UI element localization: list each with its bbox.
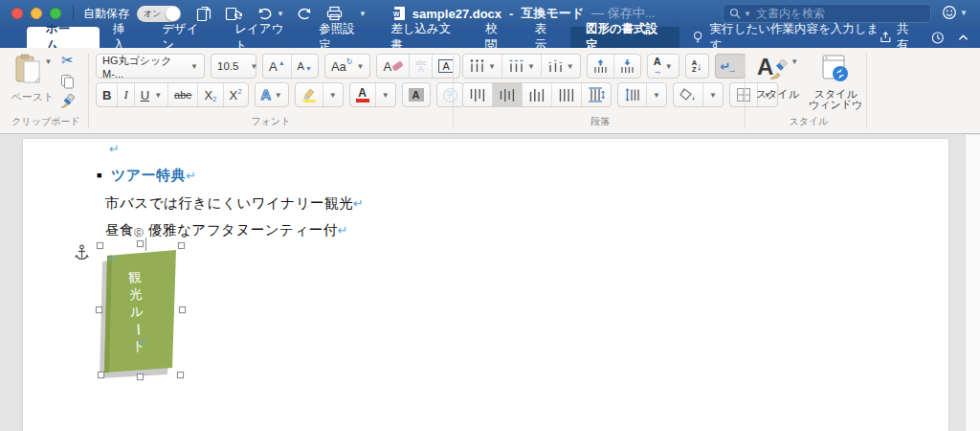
body-line-2[interactable]: 昼食ⓒ 優雅なアフタヌーンティー付↵ — [105, 221, 348, 239]
font-style-group: B I U▼ abe X2 X2 — [96, 82, 249, 107]
copy-icon[interactable] — [60, 74, 75, 89]
ruby-button[interactable]: abc A — [410, 55, 433, 78]
bold-label: B — [102, 88, 111, 102]
line-spacing-caret[interactable]: ▼ — [647, 83, 666, 106]
styles-caret[interactable]: ▼ — [791, 57, 798, 66]
decrease-indent-button[interactable] — [588, 55, 614, 78]
body-line-1[interactable]: 市バスでは行きにくいワイナリー観光↵ — [105, 194, 364, 213]
paste-button[interactable]: ▼ ペースト — [6, 54, 59, 109]
word-doc-icon: W — [391, 6, 406, 21]
tellme-box[interactable]: 実行したい作業内容を入力します — [693, 27, 880, 48]
bullets-button[interactable]: ▼ — [463, 55, 502, 78]
character-shading-button[interactable]: A — [402, 82, 431, 107]
clear-formatting-button[interactable]: A — [377, 55, 410, 78]
history-clock-icon[interactable] — [931, 31, 945, 45]
align-center-button[interactable] — [493, 83, 523, 106]
tab-review[interactable]: 校閲 — [472, 27, 521, 48]
toolbar-options-caret[interactable]: ▼ — [359, 10, 367, 18]
tab-references[interactable]: 参照設定 — [305, 27, 377, 48]
multilevel-caret[interactable]: ▼ — [567, 62, 574, 71]
text-effects-button[interactable]: A ▼ — [255, 82, 289, 107]
multilevel-list-button[interactable]: ▼ — [542, 55, 580, 78]
tab-layout[interactable]: レイアウト — [221, 27, 305, 48]
grow-font-button[interactable]: A▲ — [263, 55, 292, 78]
resize-handle-top-center[interactable] — [137, 240, 144, 247]
tab-design[interactable]: デザイン — [148, 27, 221, 48]
align-left-button[interactable] — [463, 83, 493, 106]
tab-mailings[interactable]: 差し込み文書 — [377, 27, 472, 48]
redo-icon[interactable] — [298, 6, 313, 21]
resize-handle-bottom-right[interactable] — [177, 372, 184, 378]
show-formatting-marks-toggle[interactable]: ↵ → — [715, 54, 746, 79]
underline-caret[interactable]: ▼ — [154, 91, 162, 100]
font-color-button[interactable]: A ▼ — [349, 82, 396, 107]
bullets-caret[interactable]: ▼ — [488, 62, 496, 71]
numbering-caret[interactable]: ▼ — [527, 62, 535, 71]
resize-handle-bottom-center[interactable] — [137, 374, 144, 380]
character-border-a: A — [438, 59, 453, 73]
distribute-text-button[interactable] — [582, 83, 611, 106]
new-document-icon[interactable] — [196, 6, 212, 22]
font-size-select[interactable]: 10.5 ▼ — [211, 54, 256, 79]
italic-button[interactable]: I — [118, 83, 134, 106]
highlight-caret[interactable]: ▼ — [323, 83, 343, 106]
minimize-window-button[interactable] — [31, 8, 42, 19]
style-window-button[interactable]: スタイル ウィンドウ — [809, 54, 862, 110]
share-icon — [880, 31, 892, 44]
enclose-characters-button[interactable]: 字 — [436, 82, 464, 107]
shading-fill-button[interactable]: ▼ — [673, 82, 724, 107]
style-window-label-2: ウィンドウ — [809, 99, 862, 110]
body-line-2-pre: 昼食 — [105, 222, 134, 238]
feedback-smiley-icon[interactable] — [942, 5, 957, 20]
feedback-caret[interactable]: ▼ — [960, 9, 968, 17]
character-border-button[interactable]: A — [433, 55, 458, 78]
justify-button[interactable] — [552, 83, 582, 106]
print-icon[interactable] — [326, 6, 343, 21]
zoom-window-button[interactable] — [50, 8, 61, 19]
resize-handle-top-left[interactable] — [97, 242, 103, 249]
resize-handle-middle-right[interactable] — [179, 306, 186, 313]
cut-icon[interactable]: ✂ — [61, 52, 74, 69]
vertical-scrollbar[interactable] — [965, 135, 980, 431]
superscript-button[interactable]: X2 — [224, 83, 248, 106]
line-spacing-button[interactable]: ▼ — [617, 82, 667, 107]
highlight-button[interactable]: ▼ — [295, 82, 344, 107]
numbering-button[interactable]: ▼ — [502, 55, 542, 78]
undo-icon[interactable]: ▼ — [256, 6, 284, 21]
heading-line[interactable]: ■ツアー特典↵ — [97, 167, 197, 185]
shrink-font-button[interactable]: A▼ — [292, 55, 318, 78]
underline-button[interactable]: U▼ — [135, 83, 168, 106]
resize-handle-top-right[interactable] — [178, 242, 185, 249]
save-icon[interactable] — [225, 6, 243, 22]
format-painter-icon[interactable] — [59, 94, 76, 109]
asian-layout-button[interactable]: A ↔ ▼ — [647, 54, 679, 79]
subscript-button[interactable]: X2 — [198, 83, 223, 106]
autosave-toggle[interactable]: オン — [137, 6, 181, 22]
font-color-caret[interactable]: ▼ — [376, 83, 395, 106]
sort-button[interactable]: A Z ↓ — [685, 54, 709, 79]
close-window-button[interactable] — [11, 8, 23, 19]
undo-menu-caret[interactable]: ▼ — [277, 10, 284, 18]
resize-handle-middle-left[interactable] — [96, 306, 102, 313]
resize-handle-bottom-left[interactable] — [98, 372, 104, 378]
collapse-ribbon-icon[interactable] — [958, 34, 969, 41]
search-scope-caret[interactable]: ▼ — [744, 10, 751, 18]
align-right-button[interactable] — [523, 83, 552, 106]
shape-paragraph-mark-top: ↵ — [109, 254, 117, 263]
tab-home[interactable]: ホーム — [27, 27, 100, 48]
bold-button[interactable]: B — [97, 83, 118, 106]
tab-view[interactable]: 表示 — [522, 27, 570, 48]
comment-marker[interactable]: ⓒ — [134, 227, 145, 238]
change-case-button[interactable]: Aa ↻ ▼ — [324, 54, 371, 79]
styles-button[interactable]: A ▼ スタイル — [756, 54, 799, 100]
tab-insert[interactable]: 挿入 — [100, 27, 148, 48]
paste-menu-caret[interactable]: ▼ — [45, 57, 53, 66]
tab-shape-format[interactable]: 図形の書式設定 — [570, 27, 679, 48]
increase-indent-button[interactable] — [614, 55, 640, 78]
search-input[interactable]: ▼ 文書内を検索 — [723, 4, 931, 23]
font-group-label: フォント — [96, 115, 446, 128]
font-name-select[interactable]: HG丸ゴシックM-... ▼ — [96, 54, 205, 79]
shading-caret[interactable]: ▼ — [703, 83, 723, 106]
shape-char-1: 観 — [128, 269, 142, 287]
strikethrough-button[interactable]: abe — [168, 83, 198, 106]
